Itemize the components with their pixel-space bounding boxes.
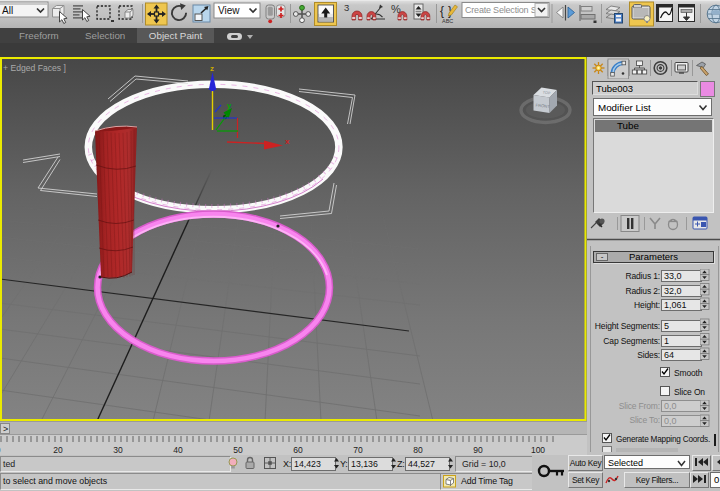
svg-text:80: 80 xyxy=(413,445,423,455)
svg-text:View: View xyxy=(218,5,240,16)
svg-text:30: 30 xyxy=(113,445,123,455)
svg-text:ABC: ABC xyxy=(442,18,453,24)
svg-text:All: All xyxy=(2,5,13,16)
svg-text:90: 90 xyxy=(473,445,483,455)
svg-text:z: z xyxy=(210,64,214,73)
svg-text:{: { xyxy=(440,4,444,18)
svg-text:50: 50 xyxy=(233,445,243,455)
svg-text:0: 0 xyxy=(0,445,1,455)
svg-text:60: 60 xyxy=(293,445,303,455)
svg-text:20: 20 xyxy=(53,445,63,455)
svg-text:x: x xyxy=(285,137,290,146)
svg-text:100: 100 xyxy=(531,445,545,455)
svg-text:3: 3 xyxy=(344,2,349,13)
svg-text:40: 40 xyxy=(173,445,183,455)
svg-text:70: 70 xyxy=(353,445,363,455)
svg-text:Create Selection Se: Create Selection Se xyxy=(465,5,541,15)
svg-text:+ Edged Faces ]: + Edged Faces ] xyxy=(3,63,66,73)
